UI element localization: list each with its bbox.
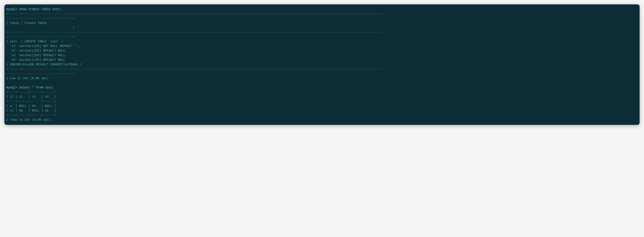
terminal-window: mysql> show create table test; +-------+… xyxy=(4,4,640,125)
table-separator: +-------+-------------------------------… xyxy=(6,12,383,15)
table-separator: ------------------------------------+ xyxy=(6,17,74,20)
table-separator: +----+------+------+------+ xyxy=(6,100,56,103)
table-row: `c2` varchar(255) DEFAULT NULL, xyxy=(6,49,67,52)
table-separator: ------------------------------------+ xyxy=(6,72,74,75)
table-header: | xyxy=(6,26,74,29)
mysql-prompt: mysql> xyxy=(6,86,17,89)
table-header: | c1 | c2 | c3 | c4 | xyxy=(6,95,56,99)
sql-command-select: select * from test; xyxy=(19,86,54,89)
table-row: `c1` varchar(255) NOT NULL DEFAULT '', xyxy=(6,44,80,48)
table-separator: +----+------+------+------+ xyxy=(6,90,56,94)
result-summary: 2 rows in set (0.00 sec) xyxy=(6,118,50,122)
table-row: ) ENGINE=InnoDB DEFAULT CHARSET=utf8mb4 … xyxy=(6,63,82,66)
table-separator: +----+------+------+------+ xyxy=(6,113,56,117)
table-header: | Table | Create Table xyxy=(6,21,47,25)
result-summary: 1 row in set (0.00 sec) xyxy=(6,77,48,80)
table-row: `c3` varchar(255) DEFAULT NULL, xyxy=(6,53,67,57)
table-separator: +-------+-------------------------------… xyxy=(6,30,383,34)
table-separator: +-------+-------------------------------… xyxy=(6,67,383,71)
table-row: | test | CREATE TABLE `test` ( xyxy=(6,40,63,43)
table-row: | a | NULL | bb | NULL | xyxy=(6,104,56,108)
table-row: | cc | dd | NULL | ee | xyxy=(6,109,56,112)
terminal-output: mysql> show create table test; +-------+… xyxy=(6,7,638,122)
mysql-prompt: mysql> xyxy=(6,7,17,11)
sql-command-show-create: show create table test; xyxy=(19,7,62,11)
table-row: `c4` varchar(255) DEFAULT NULL xyxy=(6,58,65,62)
table-separator: ------------------------------------+ xyxy=(6,35,74,39)
